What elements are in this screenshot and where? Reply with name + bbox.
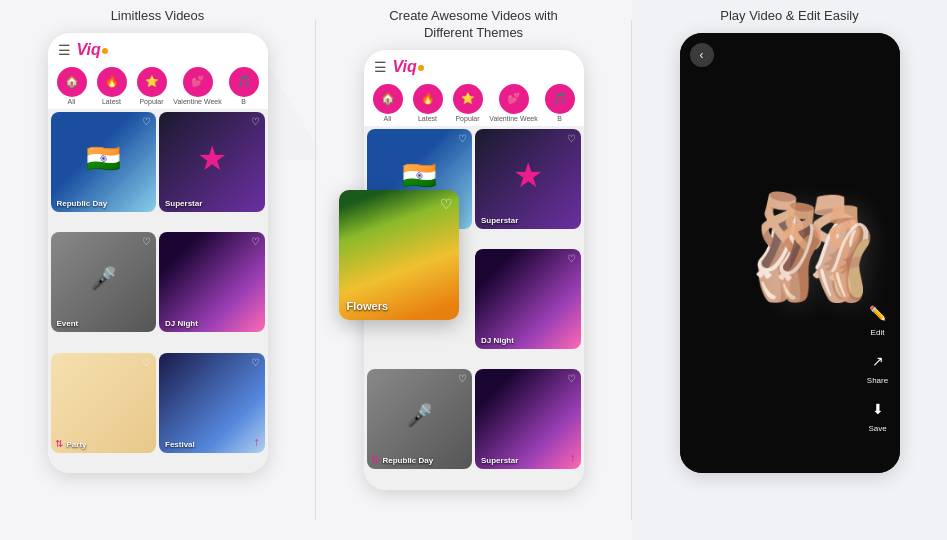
- cat-b-icon[interactable]: 🎵: [229, 67, 259, 97]
- thumb-label-republic-1: Republic Day: [57, 199, 108, 208]
- thumb-label-superstar-1: Superstar: [165, 199, 202, 208]
- thumb-party-1[interactable]: ♡ ⇅ Party: [51, 353, 157, 453]
- save-icon[interactable]: ⬇: [864, 395, 892, 423]
- cat-valentine-label: Valentine Week: [173, 98, 221, 105]
- cat-popular-icon[interactable]: ⭐: [137, 67, 167, 97]
- side-actions: ✏️ Edit ↗ Share ⬇ Save: [864, 299, 892, 433]
- cat-b[interactable]: 🎵 B: [226, 67, 262, 105]
- phone-1: ☰ Viq 🏠 All 🔥 Latest ⭐ Popular: [48, 33, 268, 473]
- phone-1-header: ☰ Viq: [48, 33, 268, 63]
- video-player[interactable]: ‹ 🩰 🩰 ✏️ Edit ↗ Share: [680, 33, 900, 473]
- phone-3: ‹ 🩰 🩰 ✏️ Edit ↗ Share: [680, 33, 900, 473]
- heart-icon-float[interactable]: ♡: [440, 196, 453, 212]
- phone-2-container: ♡ Flowers ☰ Viq 🏠 All: [364, 50, 584, 490]
- floating-flowers-card[interactable]: ♡ Flowers: [339, 190, 459, 320]
- categories-1: 🏠 All 🔥 Latest ⭐ Popular 💕 Valentine Wee…: [48, 63, 268, 109]
- hamburger-icon-2[interactable]: ☰: [374, 59, 387, 75]
- heart-icon-1[interactable]: ♡: [142, 116, 151, 127]
- thumb-republic-2b[interactable]: 🎤 ♡ ⇅ Republic Day: [367, 369, 473, 469]
- thumb-label-party-1: Party: [67, 440, 87, 449]
- share-action[interactable]: ↗ Share: [864, 347, 892, 385]
- main-container: Limitless Videos ☰ Viq 🏠 All 🔥 Latest: [0, 0, 947, 540]
- section-1-title: Limitless Videos: [111, 8, 205, 25]
- mic-icon-1: 🎤: [90, 267, 117, 293]
- heart-icon-5[interactable]: ♡: [142, 357, 151, 368]
- heart-icon-4[interactable]: ♡: [251, 236, 260, 247]
- edit-action[interactable]: ✏️ Edit: [864, 299, 892, 337]
- cat-valentine-icon[interactable]: 💕: [183, 67, 213, 97]
- thumb-djnight-1[interactable]: ♡ DJ Night: [159, 232, 265, 332]
- thumb-label-superstar-2b: Superstar: [481, 456, 518, 465]
- edit-label: Edit: [871, 328, 885, 337]
- thumb-label-superstar-2: Superstar: [481, 216, 518, 225]
- thumb-republic-1[interactable]: 🇮🇳 ♡ Republic Day: [51, 112, 157, 212]
- section-play: Play Video & Edit Easily ‹ 🩰 🩰 ✏️ Edit: [632, 0, 947, 540]
- thumb-label-republic-2b: Republic Day: [383, 456, 434, 465]
- section-2-title: Create Awesome Videos withDifferent Them…: [389, 8, 558, 42]
- thumb-djnight-2[interactable]: ♡ DJ Night: [475, 249, 581, 349]
- thumb-event-1[interactable]: 🎤 ♡ Event: [51, 232, 157, 332]
- thumb-label-flowers: Flowers: [347, 300, 389, 312]
- thumb-label-djnight-2: DJ Night: [481, 336, 514, 345]
- cat-all-label: All: [68, 98, 76, 105]
- cat-b-label: B: [241, 98, 246, 105]
- heart-2-3[interactable]: ♡: [567, 253, 576, 264]
- cat-popular[interactable]: ⭐ Popular: [134, 67, 170, 105]
- up-arrow-icon-1: ↑: [254, 435, 260, 449]
- star-icon-1: ★: [197, 138, 227, 178]
- share-icon[interactable]: ↗: [864, 347, 892, 375]
- sort-icon-2: ⇅: [371, 454, 379, 465]
- thumb-label-djnight-1: DJ Night: [165, 319, 198, 328]
- heart-icon-2[interactable]: ♡: [251, 116, 260, 127]
- heart-2-1[interactable]: ♡: [458, 133, 467, 144]
- video-grid-1: 🇮🇳 ♡ Republic Day ★ ♡ Superstar: [48, 109, 268, 473]
- thumb-superstar-2b[interactable]: ♡ Superstar ↑: [475, 369, 581, 469]
- back-button[interactable]: ‹: [690, 43, 714, 67]
- app-logo-2: Viq: [393, 58, 424, 76]
- section-create: Create Awesome Videos withDifferent Them…: [316, 0, 631, 540]
- mic-icon-2: 🎤: [406, 404, 433, 430]
- heart-2-2[interactable]: ♡: [567, 133, 576, 144]
- categories-2: 🏠 All 🔥 Latest ⭐ Popular 💕: [364, 80, 584, 126]
- cat-popular-2[interactable]: ⭐ Popular: [450, 84, 486, 122]
- hamburger-icon[interactable]: ☰: [58, 42, 71, 58]
- cat-latest-label: Latest: [102, 98, 121, 105]
- thumb-superstar-2[interactable]: ★ ♡ Superstar: [475, 129, 581, 229]
- edit-icon[interactable]: ✏️: [864, 299, 892, 327]
- flag-icon-2: 🇮🇳: [402, 159, 437, 192]
- cat-latest-icon[interactable]: 🔥: [97, 67, 127, 97]
- phone-2-header: ☰ Viq: [364, 50, 584, 80]
- section-limitless: Limitless Videos ☰ Viq 🏠 All 🔥 Latest: [0, 0, 315, 540]
- thumb-festival-1[interactable]: ♡ Festival ↑: [159, 353, 265, 453]
- star-icon-2: ★: [513, 155, 543, 195]
- save-label: Save: [868, 424, 886, 433]
- thumb-label-festival-1: Festival: [165, 440, 195, 449]
- app-logo-1: Viq: [77, 41, 108, 59]
- flag-icon: 🇮🇳: [86, 142, 121, 175]
- cat-valentine-2[interactable]: 💕 Valentine Week: [490, 84, 538, 122]
- heart-2-4[interactable]: ♡: [458, 373, 467, 384]
- sort-icon-1: ⇅: [55, 438, 63, 449]
- cat-all-2[interactable]: 🏠 All: [370, 84, 406, 122]
- thumb-superstar-1[interactable]: ★ ♡ Superstar: [159, 112, 265, 212]
- cat-all[interactable]: 🏠 All: [54, 67, 90, 105]
- up-arrow-icon-2: ↑: [570, 451, 576, 465]
- cat-valentine[interactable]: 💕 Valentine Week: [174, 67, 222, 105]
- save-action[interactable]: ⬇ Save: [864, 395, 892, 433]
- heart-icon-3[interactable]: ♡: [142, 236, 151, 247]
- heart-2-5[interactable]: ♡: [567, 373, 576, 384]
- thumb-label-event-1: Event: [57, 319, 79, 328]
- cat-latest-2[interactable]: 🔥 Latest: [410, 84, 446, 122]
- cat-all-icon[interactable]: 🏠: [57, 67, 87, 97]
- cat-latest[interactable]: 🔥 Latest: [94, 67, 130, 105]
- heart-icon-6[interactable]: ♡: [251, 357, 260, 368]
- share-label: Share: [867, 376, 888, 385]
- cat-popular-label: Popular: [139, 98, 163, 105]
- section-3-title: Play Video & Edit Easily: [720, 8, 859, 25]
- cat-b-2[interactable]: 🎵 B: [542, 84, 578, 122]
